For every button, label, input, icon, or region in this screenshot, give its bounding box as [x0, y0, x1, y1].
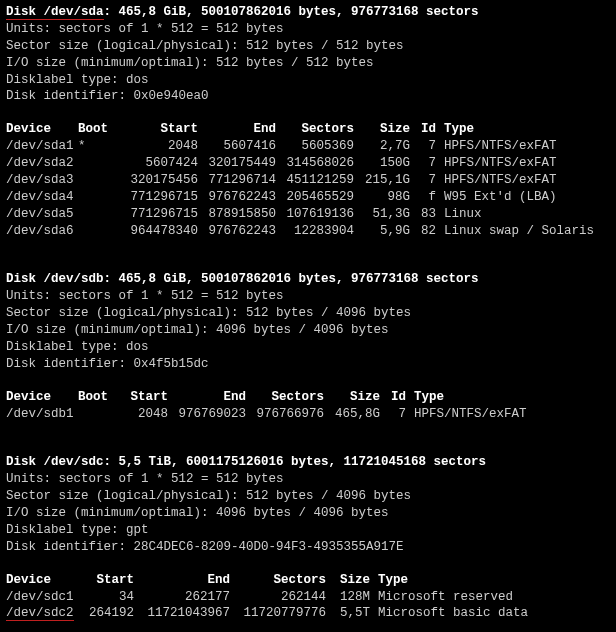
- table-row: /dev/sdc226419211721043967117207797765,5…: [6, 605, 610, 622]
- disk-c-table-header: DeviceStartEndSectorsSizeType: [6, 572, 610, 589]
- disk-b-label: Disklabel type: dos: [6, 339, 610, 356]
- disk-b-header: Disk /dev/sdb: 465,8 GiB, 500107862016 b…: [6, 271, 610, 288]
- disk-c-sector: Sector size (logical/physical): 512 byte…: [6, 488, 610, 505]
- disk-a-header: Disk /dev/sda: 465,8 GiB, 500107862016 b…: [6, 4, 610, 21]
- disk-c-io: I/O size (minimum/optimal): 4096 bytes /…: [6, 505, 610, 522]
- table-row: /dev/sdb12048976769023976766976465,8G7HP…: [6, 406, 610, 423]
- table-row: /dev/sda577129671587891585010761913651,3…: [6, 206, 610, 223]
- disk-c-partition-list: /dev/sdc134262177262144128MMicrosoft res…: [6, 589, 610, 623]
- disk-a-header-text: Disk /dev/sda: 465,8 GiB, 500107862016 b…: [6, 5, 479, 20]
- table-row: /dev/sda3320175456771296714451121259215,…: [6, 172, 610, 189]
- disk-a-sector: Sector size (logical/physical): 512 byte…: [6, 38, 610, 55]
- table-row: /dev/sda1*2048560741656053692,7G7HPFS/NT…: [6, 138, 610, 155]
- disk-c-ident: Disk identifier: 28C4DEC6-8209-40D0-94F3…: [6, 539, 610, 556]
- disk-a-io: I/O size (minimum/optimal): 512 bytes / …: [6, 55, 610, 72]
- disk-a-label: Disklabel type: dos: [6, 72, 610, 89]
- table-row: /dev/sda25607424320175449314568026150G7H…: [6, 155, 610, 172]
- disk-b-partition-list: /dev/sdb12048976769023976766976465,8G7HP…: [6, 406, 610, 423]
- disk-c-label: Disklabel type: gpt: [6, 522, 610, 539]
- disk-a-table-header: DeviceBootStartEndSectorsSizeIdType: [6, 121, 610, 138]
- disk-b-io: I/O size (minimum/optimal): 4096 bytes /…: [6, 322, 610, 339]
- disk-b-units: Units: sectors of 1 * 512 = 512 bytes: [6, 288, 610, 305]
- disk-a-units: Units: sectors of 1 * 512 = 512 bytes: [6, 21, 610, 38]
- disk-b-sector: Sector size (logical/physical): 512 byte…: [6, 305, 610, 322]
- disk-b-ident: Disk identifier: 0x4f5b15dc: [6, 356, 610, 373]
- table-row: /dev/sda477129671597676224320546552998Gf…: [6, 189, 610, 206]
- disk-b-table-header: DeviceBootStartEndSectorsSizeIdType: [6, 389, 610, 406]
- disk-c-units: Units: sectors of 1 * 512 = 512 bytes: [6, 471, 610, 488]
- disk-c-header: Disk /dev/sdc: 5,5 TiB, 6001175126016 by…: [6, 454, 610, 471]
- table-row: /dev/sdc134262177262144128MMicrosoft res…: [6, 589, 610, 606]
- disk-a-partition-list: /dev/sda1*2048560741656053692,7G7HPFS/NT…: [6, 138, 610, 239]
- table-row: /dev/sda6964478340976762243122839045,9G8…: [6, 223, 610, 240]
- disk-a-ident: Disk identifier: 0x0e940ea0: [6, 88, 610, 105]
